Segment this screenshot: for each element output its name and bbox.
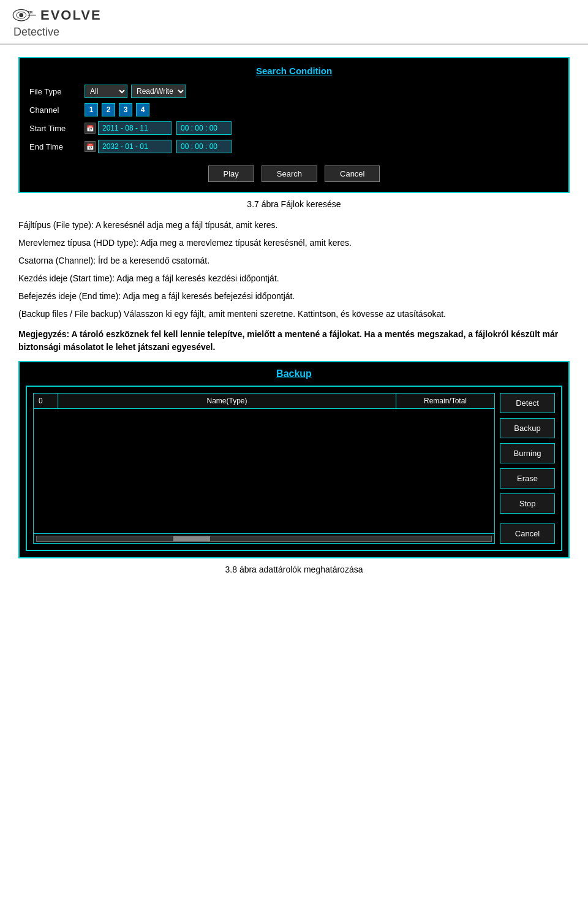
start-time-field: 📅	[85, 121, 232, 135]
search-condition-panel: Search Condition File Type All Read/Writ…	[18, 57, 570, 193]
file-type-control: All Read/Write	[85, 85, 186, 98]
backup-table-body	[34, 409, 494, 533]
backup-button[interactable]: Backup	[500, 418, 555, 438]
backup-col-name: Name(Type)	[58, 394, 396, 408]
start-time-row: Start Time 📅	[29, 121, 559, 135]
app-header: TM EVOLVE Detective	[0, 0, 588, 45]
start-time-input[interactable]	[176, 121, 232, 135]
backup-scrollbar-area[interactable]	[34, 533, 494, 543]
body-text-3: Csatorna (Channel): Írd be a keresendő c…	[18, 254, 570, 267]
svg-point-2	[19, 13, 23, 17]
play-button[interactable]: Play	[208, 166, 254, 182]
channel-row: Channel 1 2 3 4	[29, 103, 559, 116]
file-type-dropdown[interactable]: All	[85, 85, 127, 98]
body-text-note: Megjegyzés: A tároló eszköznek fel kell …	[18, 328, 570, 354]
fig2-caption: 3.8 ábra adattárolók meghatározása	[18, 565, 570, 574]
brand-subtitle: Detective	[13, 26, 102, 39]
channel-control: 1 2 3 4	[85, 103, 149, 116]
stop-button[interactable]: Stop	[500, 493, 555, 514]
end-time-input[interactable]	[176, 140, 232, 153]
logo-area: TM EVOLVE Detective	[12, 6, 102, 39]
body-text-4: Kezdés ideje (Start time): Adja meg a fá…	[18, 272, 570, 285]
search-button[interactable]: Search	[262, 166, 317, 182]
evolve-logo-icon: TM	[12, 6, 37, 25]
backup-table-area: 0 Name(Type) Remain/Total	[33, 393, 495, 544]
svg-text:TM: TM	[28, 10, 32, 14]
backup-scrollbar-thumb[interactable]	[173, 536, 210, 541]
backup-panel-title: Backup	[26, 368, 562, 379]
backup-cancel-button[interactable]: Cancel	[500, 523, 555, 544]
detect-button[interactable]: Detect	[500, 393, 555, 413]
backup-table-header: 0 Name(Type) Remain/Total	[34, 394, 494, 409]
body-para-backup: (Backup files / File backup) Válasszon k…	[18, 308, 570, 321]
backup-buttons: Detect Backup Burning Erase Stop Cancel	[500, 393, 555, 544]
end-time-field: 📅	[85, 140, 232, 153]
burning-button[interactable]: Burning	[500, 443, 555, 463]
channel-3-btn[interactable]: 3	[119, 103, 132, 116]
backup-panel-wrapper: Backup 0 Name(Type) Remain/Total	[18, 361, 570, 558]
main-content: Search Condition File Type All Read/Writ…	[0, 45, 588, 596]
search-panel-buttons: Play Search Cancel	[29, 166, 559, 182]
body-text-5: Befejezés ideje (End time): Adja meg a f…	[18, 290, 570, 303]
start-time-label: Start Time	[29, 124, 85, 133]
read-write-dropdown[interactable]: Read/Write	[131, 85, 186, 98]
end-date-input[interactable]	[98, 140, 172, 153]
start-date-input[interactable]	[98, 121, 172, 135]
start-calendar-icon[interactable]: 📅	[85, 123, 96, 134]
end-time-label: End Time	[29, 142, 85, 151]
backup-panel: 0 Name(Type) Remain/Total Det	[26, 386, 562, 551]
fig1-caption: 3.7 ábra Fájlok keresése	[18, 199, 570, 209]
erase-button[interactable]: Erase	[500, 468, 555, 489]
channel-2-btn[interactable]: 2	[102, 103, 115, 116]
channel-1-btn[interactable]: 1	[85, 103, 98, 116]
backup-col-0: 0	[34, 394, 58, 408]
file-type-row: File Type All Read/Write	[29, 85, 559, 98]
logo-text: EVOLVE	[40, 7, 102, 23]
cancel-button[interactable]: Cancel	[325, 166, 380, 182]
channel-label: Channel	[29, 105, 85, 115]
search-panel-title: Search Condition	[29, 66, 559, 76]
body-text-1: Fájltípus (File type): A keresésnél adja…	[18, 219, 570, 232]
logo-img: TM EVOLVE	[12, 6, 102, 25]
channel-4-btn[interactable]: 4	[136, 103, 149, 116]
backup-scrollbar-track[interactable]	[36, 536, 492, 542]
backup-col-remain: Remain/Total	[396, 394, 494, 408]
end-calendar-icon[interactable]: 📅	[85, 141, 96, 152]
body-text-2: Merevlemez típusa (HDD type): Adja meg a…	[18, 237, 570, 249]
file-type-label: File Type	[29, 87, 85, 96]
end-time-row: End Time 📅	[29, 140, 559, 153]
